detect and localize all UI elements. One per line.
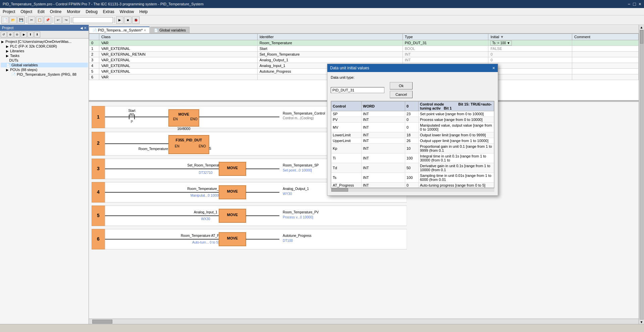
col-initial-header[interactable]: Initial ▼ [488, 34, 572, 40]
rung-1-start-label: Start [128, 109, 135, 113]
rung-6-dt-label: Auto-turn... 0 to 5] [192, 241, 219, 244]
tabs-bar: 📄 PID_Tempera...re_System* × 📄 Global va… [89, 25, 639, 34]
rung-5-label: 5 [97, 213, 100, 218]
tree-duts[interactable]: DUTs [1, 58, 88, 63]
proj-tb-btn3[interactable]: ⊖ [14, 31, 20, 38]
menu-online[interactable]: Online [47, 9, 64, 15]
tb-cut[interactable]: ✂ [28, 16, 35, 24]
dlg-cell-comment: Auto-tuning progress [range from 0 to 5] [419, 183, 494, 188]
tree-libraries[interactable]: ▶ Libraries [1, 49, 88, 53]
project-panel-controls[interactable]: ◀ ✕ [80, 26, 87, 30]
dlg-cell-comment: Derivative gain in unit 0.1s [range from… [419, 163, 494, 173]
tab-pid-system-label: PID_Tempera...re_System* [98, 28, 143, 32]
cell-class: VAR_EXTERNAL_RETAIN [99, 52, 258, 57]
project-panel-header: Project ◀ ✕ [0, 25, 89, 31]
tb-open[interactable]: 📂 [9, 16, 17, 24]
dlg-cell-initial: 10 [405, 144, 419, 153]
tree-project-label: Project [C:\Users\simay\OneDrive\Mas... [5, 40, 71, 44]
table-row[interactable]: 3 VAR_EXTERNAL Analog_Output_1 INT 0 [89, 57, 639, 63]
tree-pous[interactable]: ▶ POUs (88 steps) [1, 67, 88, 72]
tb-build[interactable]: ▶ [116, 16, 123, 24]
dlg-cell-var: Ts [331, 173, 362, 183]
table-row[interactable]: 2 VAR_EXTERNAL_RETAIN Set_Room_Temperatu… [89, 52, 639, 57]
table-row[interactable]: 0 VAR Room_Temperature PID_DUT_31 Ts := … [89, 40, 639, 46]
cell-comment [572, 69, 639, 74]
rung-5-move-label: MOVE [227, 213, 238, 217]
scroll-thumb[interactable] [640, 30, 643, 44]
dlg-cell-type: INT [362, 138, 405, 144]
col-comment-header[interactable]: Comment [572, 34, 639, 40]
cell-type: PID_DUT_31 [402, 40, 488, 46]
tb-redo[interactable]: ↪ [62, 16, 70, 24]
right-scrollbar[interactable]: ▲ ▼ [639, 25, 644, 324]
tb-save[interactable]: 💾 [17, 16, 25, 24]
cell-comment [572, 74, 639, 80]
dialog-close-btn[interactable]: × [492, 65, 495, 71]
tree-project[interactable]: ▶ Project [C:\Users\simay\OneDrive\Mas..… [1, 39, 88, 44]
tb-paste[interactable]: 📌 [44, 16, 51, 24]
cell-num: 0 [89, 40, 99, 46]
tb-undo[interactable]: ↩ [54, 16, 62, 24]
cell-initial [488, 74, 572, 80]
h-scroll-thumb[interactable] [92, 320, 112, 324]
dialog-h-scroll-thumb[interactable] [331, 188, 348, 192]
tree-pou-item[interactable]: 📄 PID_Temperature_System (PRG, 88 [1, 72, 88, 77]
rung-3-srt-label: Set_Room_Temperature [187, 163, 224, 167]
menu-project[interactable]: Project [0, 9, 18, 15]
tree-pous-icon: ▶ [6, 68, 9, 72]
col-type-header[interactable]: Type [402, 34, 488, 40]
title-bar-controls[interactable]: − □ × [628, 1, 641, 7]
status-bar [0, 324, 644, 331]
close-btn[interactable]: × [639, 1, 641, 7]
col-class-header[interactable]: Class [99, 34, 258, 40]
dlg-cell-comment: Process value [range from 0 to 10000] [419, 117, 494, 123]
tab-pid-system[interactable]: 📄 PID_Tempera...re_System* × [89, 26, 150, 33]
proj-tb-btn6[interactable]: ⬇ [34, 31, 40, 38]
menu-help[interactable]: Help [137, 9, 151, 15]
toolbar-search-input[interactable] [73, 17, 113, 23]
proj-tb-btn2[interactable]: ⊕ [7, 31, 13, 38]
menu-debug[interactable]: Debug [83, 9, 100, 15]
tb-sep3 [71, 17, 71, 23]
table-row[interactable]: 1 VAR_EXTERNAL Start BOOL FALSE [89, 46, 639, 52]
rung-2-label: 2 [97, 140, 100, 146]
rung-4-ao-label: Analog_Output_1 [283, 187, 309, 191]
rung-5-range-label: Process v...0 10000] [283, 215, 313, 219]
proj-tb-btn5[interactable]: ⬆ [28, 31, 34, 38]
cell-initial[interactable]: Ts := 100 ▼ [488, 40, 572, 46]
rung-2-eno-label: ENO [199, 144, 206, 148]
tab-global-vars[interactable]: 📄 Global variables [150, 27, 190, 33]
menu-window[interactable]: Window [117, 9, 137, 15]
rung-4-label: 4 [97, 189, 100, 195]
proj-tb-btn4[interactable]: ▶ [21, 31, 27, 38]
scroll-down-btn[interactable]: ▼ [640, 320, 643, 324]
tree-tasks[interactable]: ▶ Tasks [1, 53, 88, 58]
dialog-ok-btn[interactable]: Ok [390, 82, 413, 89]
tb-stop[interactable]: ■ [124, 16, 131, 24]
col-identifier-header[interactable]: Identifier [257, 34, 402, 40]
tb-new[interactable]: 📄 [1, 16, 9, 24]
dialog-h-scrollbar[interactable] [331, 188, 494, 192]
tb-copy[interactable]: 📋 [36, 16, 43, 24]
tree-global-vars[interactable]: 📄 Global variables [1, 63, 88, 67]
menu-object[interactable]: Object [18, 9, 35, 15]
dialog-cancel-btn[interactable]: Cancel [390, 91, 413, 98]
proj-tb-btn1[interactable]: ↺ [1, 31, 7, 38]
minimize-btn[interactable]: − [628, 1, 630, 7]
dlg-row-td: Td INT 50 Derivative gain in unit 0.1s [… [331, 163, 494, 173]
menu-monitor[interactable]: Monitor [64, 9, 83, 15]
menu-extras[interactable]: Extras [100, 9, 117, 15]
horizontal-scrollbar[interactable] [89, 319, 639, 324]
cell-type: INT [402, 57, 488, 63]
tree-plc[interactable]: ▶ PLC (FP-X 32k C30R,C60R) [1, 44, 88, 49]
menu-edit[interactable]: Edit [35, 9, 47, 15]
scroll-up-btn[interactable]: ▲ [640, 25, 643, 29]
rung-1-cooling-label: Control m...(Cooling) [283, 116, 314, 120]
dlg-cell-comment: Output lower limit [range from 0 to 9999… [419, 132, 494, 138]
tree-duts-label: DUTs [9, 58, 18, 62]
tb-debug[interactable]: 🐞 [132, 16, 140, 24]
dlg-row-pv: PV INT 0 Process value [range from 0 to … [331, 117, 494, 123]
tab-pid-system-close[interactable]: × [144, 28, 146, 32]
dlg-cell-initial: 0 [405, 183, 419, 188]
maximize-btn[interactable]: □ [633, 1, 636, 7]
